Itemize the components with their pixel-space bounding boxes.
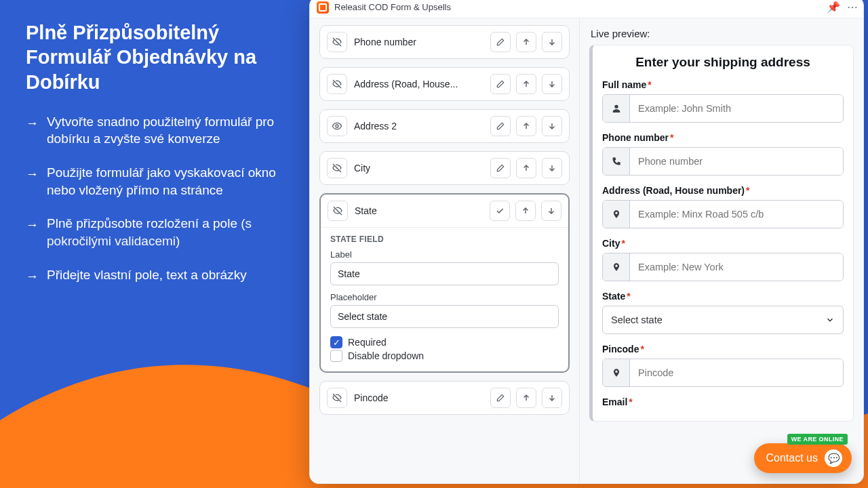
pin-icon[interactable]: 📌 bbox=[827, 1, 840, 14]
builder-field-card: StateSTATE FIELDLabelPlaceholder✓Require… bbox=[319, 193, 570, 373]
label-input[interactable] bbox=[330, 262, 559, 285]
builder-field-card: City bbox=[319, 151, 570, 185]
confirm-button[interactable] bbox=[490, 201, 510, 221]
required-checkbox[interactable]: ✓Required bbox=[330, 336, 559, 348]
visibility-toggle[interactable] bbox=[327, 32, 347, 52]
app-title: Releasit COD Form & Upsells bbox=[334, 2, 451, 12]
builder-field-row: Phone number bbox=[320, 26, 569, 58]
edit-button[interactable] bbox=[490, 32, 511, 52]
edit-button[interactable] bbox=[490, 388, 511, 408]
preview-field-state: State* Select state bbox=[602, 291, 844, 334]
chat-label: Contact us bbox=[766, 452, 818, 464]
move-up-button[interactable] bbox=[516, 74, 536, 94]
marketing-bullet: →Plně přizpůsobte rozložení a pole (s po… bbox=[26, 215, 290, 249]
move-down-button[interactable] bbox=[542, 388, 562, 408]
state-select[interactable]: Select state bbox=[602, 306, 844, 334]
chevron-down-icon bbox=[825, 315, 835, 325]
move-down-button[interactable] bbox=[542, 74, 562, 94]
app-logo bbox=[317, 1, 329, 14]
placeholder-caption: Placeholder bbox=[330, 292, 559, 302]
live-preview-label: Live preview: bbox=[591, 28, 854, 39]
svg-point-1 bbox=[614, 105, 618, 108]
phone-input[interactable] bbox=[630, 148, 843, 175]
preview-field-pincode: Pincode* bbox=[602, 344, 844, 387]
visibility-toggle[interactable] bbox=[327, 74, 347, 94]
move-up-button[interactable] bbox=[515, 201, 536, 221]
move-up-button[interactable] bbox=[516, 32, 536, 52]
move-down-button[interactable] bbox=[542, 32, 562, 52]
field-label: City bbox=[354, 163, 484, 174]
builder-field-card: Address 2 bbox=[319, 109, 570, 143]
builder-field-row: Address 2 bbox=[320, 110, 569, 142]
move-up-button[interactable] bbox=[516, 388, 536, 408]
builder-field-row: City bbox=[320, 152, 569, 184]
marketing-bullets: →Vytvořte snadno použitelný formulář pro… bbox=[26, 113, 290, 285]
builder-field-row: State bbox=[321, 195, 568, 227]
svg-point-0 bbox=[336, 125, 338, 127]
titlebar: Releasit COD Form & Upsells 📌 ⋯ bbox=[310, 0, 863, 18]
location-icon bbox=[603, 253, 630, 281]
chat-icon: 💬 bbox=[825, 449, 842, 467]
marketing-panel: Plně Přizpůsobitelný Formulář Objednávky… bbox=[26, 20, 290, 301]
move-down-button[interactable] bbox=[541, 201, 561, 221]
form-builder-column: Phone numberAddress (Road, House...Addre… bbox=[310, 18, 580, 483]
builder-field-card: Pincode bbox=[319, 381, 570, 415]
builder-field-card: Phone number bbox=[319, 25, 570, 59]
label-caption: Label bbox=[330, 249, 559, 260]
edit-button[interactable] bbox=[490, 74, 511, 94]
field-settings-panel: STATE FIELDLabelPlaceholder✓RequiredDisa… bbox=[321, 227, 568, 371]
field-label: Pincode bbox=[354, 392, 484, 403]
preview-field-email: Email* bbox=[602, 396, 844, 407]
move-up-button[interactable] bbox=[516, 116, 536, 136]
city-input[interactable] bbox=[630, 253, 843, 281]
pincode-input[interactable] bbox=[630, 359, 843, 386]
preview-column: Live preview: Enter your shipping addres… bbox=[580, 18, 863, 483]
marketing-bullet: →Přidejte vlastní pole, text a obrázky bbox=[26, 266, 290, 285]
settings-section-title: STATE FIELD bbox=[330, 235, 559, 244]
move-down-button[interactable] bbox=[542, 116, 562, 136]
move-up-button[interactable] bbox=[516, 158, 536, 178]
marketing-bullet: →Použijte formulář jako vyskakovací okno… bbox=[26, 164, 290, 199]
preview-field-address: Address (Road, House number)* bbox=[602, 185, 844, 228]
online-badge: WE ARE ONLINE bbox=[787, 434, 848, 445]
preview-heading: Enter your shipping address bbox=[602, 55, 844, 70]
fullname-input[interactable] bbox=[630, 95, 843, 122]
visibility-toggle[interactable] bbox=[327, 116, 347, 136]
phone-icon bbox=[603, 148, 630, 175]
field-label: State bbox=[355, 205, 483, 216]
person-icon bbox=[603, 95, 630, 122]
builder-field-row: Address (Road, House... bbox=[320, 68, 569, 100]
placeholder-input[interactable] bbox=[330, 305, 559, 328]
preview-field-phone: Phone number* bbox=[602, 132, 844, 176]
builder-field-row: Pincode bbox=[320, 382, 569, 414]
chat-widget[interactable]: WE ARE ONLINE Contact us 💬 bbox=[754, 443, 852, 473]
disable-dropdown-checkbox[interactable]: Disable dropdown bbox=[330, 350, 559, 362]
visibility-toggle[interactable] bbox=[327, 158, 347, 178]
marketing-headline: Plně Přizpůsobitelný Formulář Objednávky… bbox=[26, 20, 290, 94]
move-down-button[interactable] bbox=[542, 158, 562, 178]
location-icon bbox=[603, 201, 630, 228]
field-label: Address (Road, House... bbox=[354, 79, 484, 89]
builder-field-card: Address (Road, House... bbox=[319, 67, 570, 101]
preview-card: Enter your shipping address Full name* P… bbox=[589, 45, 854, 422]
visibility-toggle[interactable] bbox=[327, 388, 347, 408]
address-input[interactable] bbox=[630, 201, 843, 228]
field-label: Address 2 bbox=[354, 121, 484, 131]
location-icon bbox=[603, 359, 630, 386]
marketing-bullet: →Vytvořte snadno použitelný formulář pro… bbox=[26, 113, 290, 148]
preview-field-city: City* bbox=[602, 238, 844, 281]
field-label: Phone number bbox=[354, 37, 484, 47]
edit-button[interactable] bbox=[490, 116, 511, 136]
visibility-toggle[interactable] bbox=[328, 201, 348, 221]
edit-button[interactable] bbox=[490, 158, 511, 178]
preview-field-fullname: Full name* bbox=[602, 79, 844, 123]
app-window: Releasit COD Form & Upsells 📌 ⋯ Phone nu… bbox=[309, 0, 864, 484]
more-icon[interactable]: ⋯ bbox=[847, 1, 858, 14]
